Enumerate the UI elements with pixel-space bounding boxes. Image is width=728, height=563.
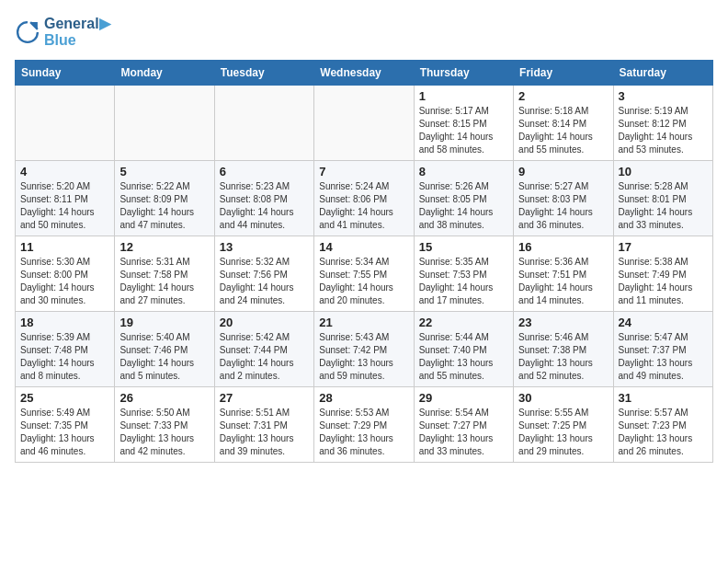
day-number: 19 bbox=[119, 316, 209, 329]
day-info: Sunrise: 5:28 AM Sunset: 8:01 PM Dayligh… bbox=[619, 180, 708, 232]
day-number: 3 bbox=[619, 89, 708, 103]
calendar-cell: 26Sunrise: 5:50 AM Sunset: 7:33 PM Dayli… bbox=[115, 387, 214, 463]
day-number: 8 bbox=[419, 165, 508, 178]
day-info: Sunrise: 5:53 AM Sunset: 7:29 PM Dayligh… bbox=[319, 407, 408, 458]
calendar-cell: 24Sunrise: 5:47 AM Sunset: 7:37 PM Dayli… bbox=[613, 312, 712, 387]
calendar-cell: 22Sunrise: 5:44 AM Sunset: 7:40 PM Dayli… bbox=[414, 312, 513, 387]
calendar-cell: 14Sunrise: 5:34 AM Sunset: 7:55 PM Dayli… bbox=[314, 236, 414, 312]
day-number: 18 bbox=[20, 316, 109, 329]
logo-text: General▶ Blue bbox=[44, 15, 110, 49]
calendar-cell: 17Sunrise: 5:38 AM Sunset: 7:49 PM Dayli… bbox=[613, 236, 712, 312]
calendar-cell: 16Sunrise: 5:36 AM Sunset: 7:51 PM Dayli… bbox=[514, 236, 613, 312]
day-info: Sunrise: 5:46 AM Sunset: 7:38 PM Dayligh… bbox=[518, 331, 608, 383]
day-number: 13 bbox=[220, 240, 309, 254]
weekday-header-thursday: Thursday bbox=[414, 61, 513, 86]
day-number: 9 bbox=[518, 165, 608, 178]
day-info: Sunrise: 5:24 AM Sunset: 8:06 PM Dayligh… bbox=[319, 180, 408, 232]
calendar-cell: 19Sunrise: 5:40 AM Sunset: 7:46 PM Dayli… bbox=[115, 312, 214, 387]
day-info: Sunrise: 5:19 AM Sunset: 8:12 PM Dayligh… bbox=[619, 105, 708, 156]
day-number: 11 bbox=[20, 240, 109, 254]
day-info: Sunrise: 5:26 AM Sunset: 8:05 PM Dayligh… bbox=[419, 180, 508, 232]
calendar-cell: 23Sunrise: 5:46 AM Sunset: 7:38 PM Dayli… bbox=[514, 312, 613, 387]
weekday-header-friday: Friday bbox=[514, 61, 613, 86]
calendar-cell bbox=[115, 86, 214, 161]
day-info: Sunrise: 5:23 AM Sunset: 8:08 PM Dayligh… bbox=[220, 180, 309, 232]
day-number: 30 bbox=[518, 391, 608, 405]
weekday-header-tuesday: Tuesday bbox=[214, 61, 313, 86]
day-number: 16 bbox=[518, 240, 608, 254]
weekday-header-monday: Monday bbox=[115, 61, 214, 86]
day-number: 20 bbox=[220, 316, 309, 329]
day-info: Sunrise: 5:32 AM Sunset: 7:56 PM Dayligh… bbox=[220, 256, 309, 307]
weekday-header-saturday: Saturday bbox=[613, 61, 712, 86]
day-number: 24 bbox=[619, 316, 708, 329]
day-number: 22 bbox=[419, 316, 508, 329]
day-number: 29 bbox=[419, 391, 508, 405]
day-info: Sunrise: 5:49 AM Sunset: 7:35 PM Dayligh… bbox=[20, 407, 109, 458]
day-number: 17 bbox=[619, 240, 708, 254]
day-number: 2 bbox=[518, 89, 608, 103]
week-row-5: 25Sunrise: 5:49 AM Sunset: 7:35 PM Dayli… bbox=[16, 387, 713, 463]
calendar-cell: 28Sunrise: 5:53 AM Sunset: 7:29 PM Dayli… bbox=[314, 387, 414, 463]
calendar-table: SundayMondayTuesdayWednesdayThursdayFrid… bbox=[15, 60, 713, 463]
calendar-cell: 13Sunrise: 5:32 AM Sunset: 7:56 PM Dayli… bbox=[214, 236, 313, 312]
day-info: Sunrise: 5:55 AM Sunset: 7:25 PM Dayligh… bbox=[518, 407, 608, 458]
calendar-cell: 1Sunrise: 5:17 AM Sunset: 8:15 PM Daylig… bbox=[414, 86, 513, 161]
day-number: 15 bbox=[419, 240, 508, 254]
day-info: Sunrise: 5:40 AM Sunset: 7:46 PM Dayligh… bbox=[119, 331, 209, 383]
calendar-cell: 25Sunrise: 5:49 AM Sunset: 7:35 PM Dayli… bbox=[16, 387, 115, 463]
day-info: Sunrise: 5:42 AM Sunset: 7:44 PM Dayligh… bbox=[220, 331, 309, 383]
day-info: Sunrise: 5:47 AM Sunset: 7:37 PM Dayligh… bbox=[619, 331, 708, 383]
day-info: Sunrise: 5:50 AM Sunset: 7:33 PM Dayligh… bbox=[119, 407, 209, 458]
day-number: 28 bbox=[319, 391, 408, 405]
calendar-cell: 10Sunrise: 5:28 AM Sunset: 8:01 PM Dayli… bbox=[613, 161, 712, 236]
calendar-cell: 2Sunrise: 5:18 AM Sunset: 8:14 PM Daylig… bbox=[514, 86, 613, 161]
day-info: Sunrise: 5:54 AM Sunset: 7:27 PM Dayligh… bbox=[419, 407, 508, 458]
day-number: 12 bbox=[119, 240, 209, 254]
calendar-cell: 18Sunrise: 5:39 AM Sunset: 7:48 PM Dayli… bbox=[16, 312, 115, 387]
day-info: Sunrise: 5:20 AM Sunset: 8:11 PM Dayligh… bbox=[20, 180, 109, 232]
day-info: Sunrise: 5:31 AM Sunset: 7:58 PM Dayligh… bbox=[119, 256, 209, 307]
day-number: 1 bbox=[419, 89, 508, 103]
weekday-header-wednesday: Wednesday bbox=[314, 61, 414, 86]
day-number: 31 bbox=[619, 391, 708, 405]
day-info: Sunrise: 5:39 AM Sunset: 7:48 PM Dayligh… bbox=[20, 331, 109, 383]
weekday-header-sunday: Sunday bbox=[16, 61, 115, 86]
week-row-2: 4Sunrise: 5:20 AM Sunset: 8:11 PM Daylig… bbox=[16, 161, 713, 236]
week-row-1: 1Sunrise: 5:17 AM Sunset: 8:15 PM Daylig… bbox=[16, 86, 713, 161]
calendar-cell: 7Sunrise: 5:24 AM Sunset: 8:06 PM Daylig… bbox=[314, 161, 414, 236]
day-info: Sunrise: 5:27 AM Sunset: 8:03 PM Dayligh… bbox=[518, 180, 608, 232]
calendar-cell: 4Sunrise: 5:20 AM Sunset: 8:11 PM Daylig… bbox=[16, 161, 115, 236]
calendar-cell: 3Sunrise: 5:19 AM Sunset: 8:12 PM Daylig… bbox=[613, 86, 712, 161]
day-info: Sunrise: 5:38 AM Sunset: 7:49 PM Dayligh… bbox=[619, 256, 708, 307]
day-info: Sunrise: 5:22 AM Sunset: 8:09 PM Dayligh… bbox=[119, 180, 209, 232]
day-info: Sunrise: 5:34 AM Sunset: 7:55 PM Dayligh… bbox=[319, 256, 408, 307]
calendar-cell: 5Sunrise: 5:22 AM Sunset: 8:09 PM Daylig… bbox=[115, 161, 214, 236]
day-number: 4 bbox=[20, 165, 109, 178]
day-number: 14 bbox=[319, 240, 408, 254]
day-info: Sunrise: 5:18 AM Sunset: 8:14 PM Dayligh… bbox=[518, 105, 608, 156]
day-number: 7 bbox=[319, 165, 408, 178]
calendar-cell bbox=[314, 86, 414, 161]
calendar-cell: 6Sunrise: 5:23 AM Sunset: 8:08 PM Daylig… bbox=[214, 161, 313, 236]
weekday-header-row: SundayMondayTuesdayWednesdayThursdayFrid… bbox=[16, 61, 713, 86]
page-header: General▶ Blue bbox=[15, 15, 713, 49]
calendar-cell: 9Sunrise: 5:27 AM Sunset: 8:03 PM Daylig… bbox=[514, 161, 613, 236]
calendar-cell bbox=[214, 86, 313, 161]
day-number: 5 bbox=[119, 165, 209, 178]
day-info: Sunrise: 5:43 AM Sunset: 7:42 PM Dayligh… bbox=[319, 331, 408, 383]
day-number: 21 bbox=[319, 316, 408, 329]
day-info: Sunrise: 5:57 AM Sunset: 7:23 PM Dayligh… bbox=[619, 407, 708, 458]
day-info: Sunrise: 5:51 AM Sunset: 7:31 PM Dayligh… bbox=[220, 407, 309, 458]
calendar-cell: 15Sunrise: 5:35 AM Sunset: 7:53 PM Dayli… bbox=[414, 236, 513, 312]
day-info: Sunrise: 5:36 AM Sunset: 7:51 PM Dayligh… bbox=[518, 256, 608, 307]
day-info: Sunrise: 5:30 AM Sunset: 8:00 PM Dayligh… bbox=[20, 256, 109, 307]
day-info: Sunrise: 5:44 AM Sunset: 7:40 PM Dayligh… bbox=[419, 331, 508, 383]
calendar-cell: 11Sunrise: 5:30 AM Sunset: 8:00 PM Dayli… bbox=[16, 236, 115, 312]
day-number: 6 bbox=[220, 165, 309, 178]
day-number: 27 bbox=[220, 391, 309, 405]
calendar-cell bbox=[16, 86, 115, 161]
day-info: Sunrise: 5:17 AM Sunset: 8:15 PM Dayligh… bbox=[419, 105, 508, 156]
week-row-3: 11Sunrise: 5:30 AM Sunset: 8:00 PM Dayli… bbox=[16, 236, 713, 312]
calendar-cell: 8Sunrise: 5:26 AM Sunset: 8:05 PM Daylig… bbox=[414, 161, 513, 236]
